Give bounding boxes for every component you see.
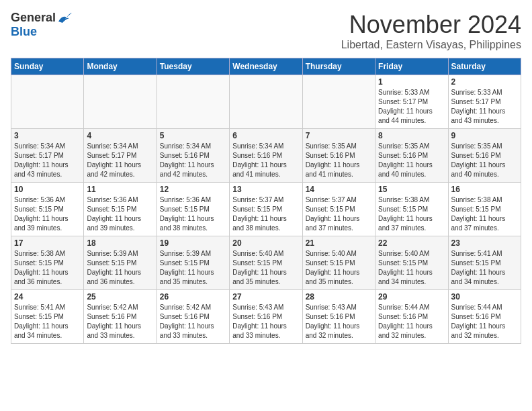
day-number: 25	[87, 292, 153, 302]
calendar-cell: 21Sunrise: 5:40 AM Sunset: 5:15 PM Dayli…	[302, 236, 375, 290]
calendar-cell: 26Sunrise: 5:42 AM Sunset: 5:16 PM Dayli…	[157, 290, 229, 344]
calendar-cell	[11, 75, 84, 129]
day-info: Sunrise: 5:34 AM Sunset: 5:17 PM Dayligh…	[14, 142, 81, 179]
logo-bird-icon	[57, 12, 72, 24]
day-info: Sunrise: 5:38 AM Sunset: 5:15 PM Dayligh…	[451, 195, 518, 233]
calendar-cell: 18Sunrise: 5:39 AM Sunset: 5:15 PM Dayli…	[84, 236, 157, 290]
calendar-header-row: SundayMondayTuesdayWednesdayThursdayFrid…	[11, 58, 521, 75]
calendar-cell: 27Sunrise: 5:43 AM Sunset: 5:16 PM Dayli…	[230, 290, 302, 344]
page-header: General Blue November 2024 Libertad, Eas…	[11, 11, 521, 51]
day-info: Sunrise: 5:34 AM Sunset: 5:16 PM Dayligh…	[160, 142, 226, 179]
day-info: Sunrise: 5:44 AM Sunset: 5:16 PM Dayligh…	[378, 303, 445, 340]
weekday-header-sunday: Sunday	[11, 58, 84, 75]
calendar-week-row: 1Sunrise: 5:33 AM Sunset: 5:17 PM Daylig…	[11, 75, 521, 129]
calendar-cell: 4Sunrise: 5:34 AM Sunset: 5:17 PM Daylig…	[84, 129, 157, 183]
day-info: Sunrise: 5:41 AM Sunset: 5:15 PM Dayligh…	[14, 303, 81, 340]
day-info: Sunrise: 5:42 AM Sunset: 5:16 PM Dayligh…	[87, 303, 153, 340]
day-number: 1	[378, 77, 445, 87]
day-info: Sunrise: 5:36 AM Sunset: 5:15 PM Dayligh…	[14, 195, 81, 233]
calendar-cell: 9Sunrise: 5:35 AM Sunset: 5:16 PM Daylig…	[448, 129, 521, 183]
weekday-header-tuesday: Tuesday	[157, 58, 229, 75]
day-info: Sunrise: 5:38 AM Sunset: 5:15 PM Dayligh…	[14, 249, 81, 287]
day-number: 11	[87, 185, 153, 194]
calendar-cell: 15Sunrise: 5:38 AM Sunset: 5:15 PM Dayli…	[375, 183, 448, 236]
day-number: 23	[451, 238, 518, 248]
day-info: Sunrise: 5:40 AM Sunset: 5:15 PM Dayligh…	[232, 249, 299, 287]
calendar-cell: 17Sunrise: 5:38 AM Sunset: 5:15 PM Dayli…	[11, 236, 84, 290]
day-info: Sunrise: 5:38 AM Sunset: 5:15 PM Dayligh…	[378, 195, 445, 233]
day-number: 15	[378, 185, 445, 194]
day-number: 22	[378, 238, 445, 248]
calendar-cell	[84, 75, 157, 129]
calendar-cell: 11Sunrise: 5:36 AM Sunset: 5:15 PM Dayli…	[84, 183, 157, 236]
calendar-cell: 23Sunrise: 5:41 AM Sunset: 5:15 PM Dayli…	[448, 236, 521, 290]
calendar-week-row: 10Sunrise: 5:36 AM Sunset: 5:15 PM Dayli…	[11, 183, 521, 236]
logo-general-text: General	[11, 11, 56, 25]
calendar-week-row: 24Sunrise: 5:41 AM Sunset: 5:15 PM Dayli…	[11, 290, 521, 344]
day-number: 21	[306, 238, 372, 248]
day-info: Sunrise: 5:43 AM Sunset: 5:16 PM Dayligh…	[232, 303, 299, 340]
calendar-cell: 29Sunrise: 5:44 AM Sunset: 5:16 PM Dayli…	[375, 290, 448, 344]
day-info: Sunrise: 5:42 AM Sunset: 5:16 PM Dayligh…	[160, 303, 226, 340]
day-info: Sunrise: 5:40 AM Sunset: 5:15 PM Dayligh…	[378, 249, 445, 287]
calendar-cell: 19Sunrise: 5:39 AM Sunset: 5:15 PM Dayli…	[157, 236, 229, 290]
weekday-header-monday: Monday	[84, 58, 157, 75]
day-number: 14	[306, 185, 372, 194]
calendar-cell: 25Sunrise: 5:42 AM Sunset: 5:16 PM Dayli…	[84, 290, 157, 344]
weekday-header-saturday: Saturday	[448, 58, 521, 75]
day-number: 8	[378, 131, 445, 140]
logo-blue-text: Blue	[11, 25, 37, 39]
day-number: 18	[87, 238, 153, 248]
day-info: Sunrise: 5:39 AM Sunset: 5:15 PM Dayligh…	[160, 249, 226, 287]
day-info: Sunrise: 5:36 AM Sunset: 5:15 PM Dayligh…	[87, 195, 153, 233]
month-title: November 2024	[341, 11, 521, 39]
calendar-cell	[302, 75, 375, 129]
day-number: 16	[451, 185, 518, 194]
day-number: 9	[451, 131, 518, 140]
day-number: 6	[232, 131, 299, 140]
day-number: 19	[160, 238, 226, 248]
calendar-week-row: 17Sunrise: 5:38 AM Sunset: 5:15 PM Dayli…	[11, 236, 521, 290]
day-number: 20	[232, 238, 299, 248]
weekday-header-wednesday: Wednesday	[230, 58, 302, 75]
calendar-table: SundayMondayTuesdayWednesdayThursdayFrid…	[11, 58, 521, 344]
day-number: 27	[232, 292, 299, 302]
calendar-cell: 5Sunrise: 5:34 AM Sunset: 5:16 PM Daylig…	[157, 129, 229, 183]
day-number: 2	[451, 77, 518, 87]
day-info: Sunrise: 5:39 AM Sunset: 5:15 PM Dayligh…	[87, 249, 153, 287]
day-number: 29	[378, 292, 445, 302]
day-info: Sunrise: 5:40 AM Sunset: 5:15 PM Dayligh…	[306, 249, 372, 287]
calendar-cell: 22Sunrise: 5:40 AM Sunset: 5:15 PM Dayli…	[375, 236, 448, 290]
day-number: 17	[14, 238, 81, 248]
day-info: Sunrise: 5:35 AM Sunset: 5:16 PM Dayligh…	[451, 142, 518, 179]
calendar-cell: 30Sunrise: 5:44 AM Sunset: 5:16 PM Dayli…	[448, 290, 521, 344]
calendar-cell	[230, 75, 302, 129]
calendar-cell: 13Sunrise: 5:37 AM Sunset: 5:15 PM Dayli…	[230, 183, 302, 236]
day-info: Sunrise: 5:43 AM Sunset: 5:16 PM Dayligh…	[306, 303, 372, 340]
day-number: 13	[232, 185, 299, 194]
calendar-cell: 1Sunrise: 5:33 AM Sunset: 5:17 PM Daylig…	[375, 75, 448, 129]
calendar-cell: 7Sunrise: 5:35 AM Sunset: 5:16 PM Daylig…	[302, 129, 375, 183]
weekday-header-friday: Friday	[375, 58, 448, 75]
day-number: 10	[14, 185, 81, 194]
day-info: Sunrise: 5:37 AM Sunset: 5:15 PM Dayligh…	[306, 195, 372, 233]
calendar-cell: 20Sunrise: 5:40 AM Sunset: 5:15 PM Dayli…	[230, 236, 302, 290]
location-subtitle: Libertad, Eastern Visayas, Philippines	[341, 39, 521, 51]
day-info: Sunrise: 5:41 AM Sunset: 5:15 PM Dayligh…	[451, 249, 518, 287]
day-info: Sunrise: 5:37 AM Sunset: 5:15 PM Dayligh…	[232, 195, 299, 233]
calendar-cell: 16Sunrise: 5:38 AM Sunset: 5:15 PM Dayli…	[448, 183, 521, 236]
title-block: November 2024 Libertad, Eastern Visayas,…	[341, 11, 521, 51]
day-info: Sunrise: 5:33 AM Sunset: 5:17 PM Dayligh…	[451, 88, 518, 126]
calendar-cell: 2Sunrise: 5:33 AM Sunset: 5:17 PM Daylig…	[448, 75, 521, 129]
day-number: 12	[160, 185, 226, 194]
calendar-cell: 3Sunrise: 5:34 AM Sunset: 5:17 PM Daylig…	[11, 129, 84, 183]
day-number: 7	[306, 131, 372, 140]
day-info: Sunrise: 5:33 AM Sunset: 5:17 PM Dayligh…	[378, 88, 445, 126]
calendar-cell: 24Sunrise: 5:41 AM Sunset: 5:15 PM Dayli…	[11, 290, 84, 344]
weekday-header-thursday: Thursday	[302, 58, 375, 75]
day-number: 4	[87, 131, 153, 140]
calendar-cell: 14Sunrise: 5:37 AM Sunset: 5:15 PM Dayli…	[302, 183, 375, 236]
day-info: Sunrise: 5:34 AM Sunset: 5:17 PM Dayligh…	[87, 142, 153, 179]
logo: General Blue	[11, 11, 72, 39]
calendar-cell	[157, 75, 229, 129]
